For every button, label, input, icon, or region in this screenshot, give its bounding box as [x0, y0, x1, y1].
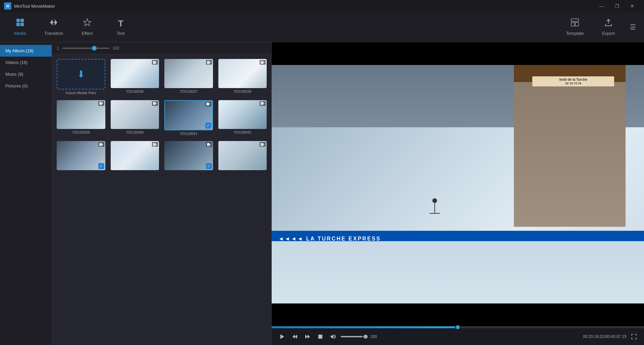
volume-value: 100 [370, 334, 377, 339]
forward-button[interactable] [303, 332, 313, 342]
svg-marker-7 [84, 19, 91, 26]
video-indicator [206, 60, 212, 65]
video-indicator [152, 101, 158, 106]
svg-rect-15 [261, 61, 263, 64]
svg-rect-11 [153, 61, 156, 64]
media-item-ydxj0046[interactable] [217, 140, 268, 173]
media-item-ydxj0037[interactable]: YDXJ0037 [163, 58, 214, 96]
preview-controls: 100 00:20:18.01/00:40:07.15 [272, 328, 644, 345]
slider-bar: 1 100 [52, 42, 271, 54]
media-item-ydxj0041[interactable]: ✓ YDXJ0041 [163, 99, 214, 137]
volume-button[interactable] [328, 332, 338, 342]
effect-label: Effect [82, 31, 93, 36]
svg-marker-5 [55, 19, 57, 25]
app-logo: M [4, 2, 11, 10]
stop-button[interactable] [315, 332, 325, 342]
svg-marker-24 [263, 102, 265, 104]
sidebar-item-album[interactable]: My Album (18) [0, 45, 52, 57]
restore-button[interactable]: ❐ [609, 1, 625, 11]
svg-rect-8 [571, 19, 579, 21]
toolbar-export[interactable]: Export [592, 14, 625, 40]
toolbar-transition[interactable]: Transition [37, 14, 70, 40]
video-indicator [98, 101, 104, 106]
slider-min: 1 [57, 46, 59, 51]
toolbar-template[interactable]: Template [558, 14, 592, 40]
template-icon [571, 18, 579, 29]
svg-rect-17 [99, 102, 102, 105]
preview-progress[interactable] [272, 326, 644, 328]
main: My Album (18) Videos (18) Music (9) Pict… [0, 42, 644, 345]
media-content: 1 100 ⬇ Import Media Files [52, 42, 271, 345]
media-area: My Album (18) Videos (18) Music (9) Pict… [0, 42, 271, 345]
title-bar-controls: — ❐ ✕ [594, 1, 640, 11]
thumb-label-ydxj0036: YDXJ0036 [126, 89, 144, 93]
thumb-label-ydxj0039: YDXJ0039 [72, 130, 90, 134]
check-indicator: ✓ [98, 163, 104, 169]
toolbar-text[interactable]: T Text [104, 14, 138, 40]
svg-marker-37 [305, 335, 308, 339]
export-label: Export [602, 31, 615, 36]
svg-rect-19 [153, 102, 156, 105]
svg-rect-13 [207, 61, 210, 64]
svg-rect-1 [20, 19, 24, 22]
thumb-label-ydxj0041: YDXJ0041 [180, 132, 198, 136]
svg-rect-10 [575, 22, 579, 26]
video-indicator [152, 60, 158, 65]
toolbar: Media Transition Effect T Text Template … [0, 12, 644, 42]
media-item-ydxj0040[interactable]: YDXJ0040 [109, 99, 161, 137]
transition-icon [49, 18, 58, 29]
sidebar: My Album (18) Videos (18) Music (9) Pict… [0, 42, 52, 345]
play-button[interactable] [277, 332, 287, 342]
svg-marker-22 [209, 103, 210, 105]
fullscreen-button[interactable] [629, 332, 639, 341]
title-bar-left: M MiniTool MovieMaker [4, 2, 55, 10]
video-indicator [205, 102, 211, 107]
import-label: Import Media Files [66, 91, 96, 95]
menu-button[interactable]: ☰ [625, 19, 641, 35]
toolbar-media[interactable]: Media [3, 14, 37, 40]
toolbar-effect[interactable]: Effect [70, 14, 104, 40]
preview-panel: leski de la Turche02 79 73 76 ◄◄◄◄ LA TU… [272, 42, 644, 345]
media-item-ydxj0042[interactable]: YDXJ0042 [217, 99, 268, 137]
svg-rect-2 [16, 23, 20, 26]
media-item-ydxj0045[interactable]: ✓ [163, 140, 214, 173]
check-indicator: ✓ [205, 123, 211, 129]
rewind-button[interactable] [290, 332, 300, 342]
media-grid: ⬇ Import Media Files YDXJ00 [52, 54, 271, 345]
thumb-label-ydxj0038: YDXJ0038 [233, 89, 251, 93]
video-indicator [206, 142, 212, 147]
svg-marker-32 [263, 144, 265, 145]
thumb-label-ydxj0042: YDXJ0042 [233, 130, 251, 134]
media-icon [16, 18, 24, 29]
media-item-ydxj0036[interactable]: YDXJ0036 [109, 58, 161, 96]
svg-marker-34 [292, 335, 295, 339]
svg-marker-33 [280, 334, 284, 339]
video-indicator [260, 142, 266, 147]
progress-fill [272, 326, 458, 328]
media-item-ydxj0038[interactable]: YDXJ0038 [217, 58, 268, 96]
effect-icon [83, 18, 92, 29]
sidebar-item-music[interactable]: Music (9) [0, 68, 52, 80]
import-media-item[interactable]: ⬇ Import Media Files [55, 58, 107, 96]
svg-marker-4 [50, 19, 53, 25]
svg-marker-35 [295, 335, 297, 339]
minimize-button[interactable]: — [594, 1, 609, 11]
sidebar-item-pictures[interactable]: Pictures (0) [0, 80, 52, 92]
media-item-ydxj0044[interactable] [109, 140, 161, 173]
close-button[interactable]: ✕ [625, 1, 640, 11]
text-icon: T [118, 18, 123, 29]
video-indicator [152, 142, 158, 147]
app-title: MiniTool MovieMaker [14, 4, 55, 9]
svg-rect-3 [20, 23, 24, 26]
volume-slider[interactable] [341, 336, 368, 337]
media-item-ydxj0039[interactable]: YDXJ0039 [55, 99, 107, 137]
media-item-ydxj0043[interactable]: ✓ [55, 140, 107, 173]
svg-marker-26 [102, 144, 103, 145]
sidebar-item-videos[interactable]: Videos (18) [0, 57, 52, 68]
svg-marker-36 [308, 335, 310, 339]
video-indicator [260, 101, 266, 106]
check-indicator: ✓ [206, 163, 212, 169]
svg-marker-28 [156, 144, 157, 145]
zoom-slider[interactable] [62, 48, 109, 49]
svg-rect-0 [16, 19, 20, 22]
